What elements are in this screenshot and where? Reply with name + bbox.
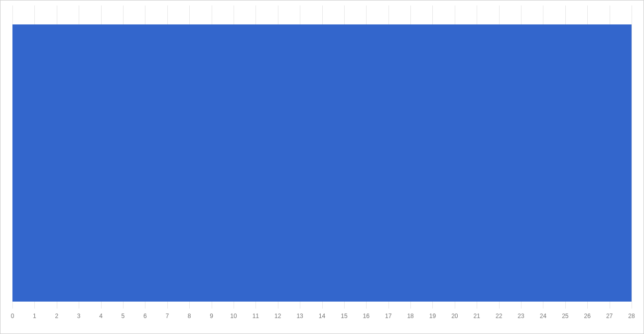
x-tick-label: 14: [319, 313, 325, 320]
x-tick-label: 9: [210, 313, 213, 320]
x-tick-label: 3: [77, 313, 81, 320]
bar-series-0: [12, 24, 632, 302]
x-tick-label: 10: [230, 313, 237, 320]
x-tick-label: 8: [188, 313, 191, 320]
plot-area: [12, 5, 632, 309]
x-tick-label: 27: [606, 313, 613, 320]
x-tick-label: 0: [11, 313, 14, 320]
x-tick-label: 16: [363, 313, 370, 320]
x-tick-label: 28: [628, 313, 635, 320]
x-tick-label: 11: [253, 313, 259, 320]
x-tick-label: 25: [562, 313, 568, 320]
x-tick-label: 21: [474, 313, 480, 320]
x-tick-label: 13: [296, 313, 303, 320]
chart-frame: 0123456789101112131415161718192021222324…: [0, 0, 644, 334]
x-axis: 0123456789101112131415161718192021222324…: [12, 313, 632, 323]
x-tick-label: 2: [55, 313, 58, 320]
x-tick-label: 19: [429, 313, 436, 320]
x-tick-label: 1: [33, 313, 36, 320]
x-tick-label: 12: [274, 313, 281, 320]
x-tick-label: 7: [165, 313, 169, 320]
x-tick-label: 26: [584, 313, 591, 320]
x-tick-label: 23: [517, 313, 524, 320]
x-tick-label: 6: [143, 313, 147, 320]
x-tick-label: 5: [122, 313, 125, 320]
gridline: [632, 5, 632, 309]
x-tick-label: 4: [99, 313, 103, 320]
x-tick-label: 18: [407, 313, 413, 320]
x-tick-label: 24: [540, 313, 546, 320]
x-tick-label: 15: [341, 313, 347, 320]
x-tick-label: 17: [385, 313, 391, 320]
x-tick-label: 22: [496, 313, 502, 320]
x-tick-label: 20: [451, 313, 458, 320]
